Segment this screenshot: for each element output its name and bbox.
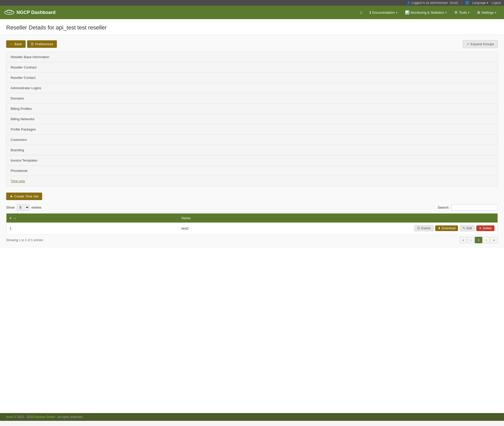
group-item-invoice-templates[interactable]: Invoice Templates xyxy=(6,155,498,166)
chart-icon: 📊 xyxy=(405,10,409,14)
table-row: 1 test2 ☰ Events ⬇ Download xyxy=(6,223,498,234)
col-name: Name xyxy=(178,214,375,223)
nav-settings[interactable]: ⊞ Settings ▾ xyxy=(474,8,500,17)
download-icon: ⬇ xyxy=(438,226,440,230)
edit-icon: ✎ xyxy=(463,226,465,230)
page-first-button[interactable]: « xyxy=(460,237,467,243)
chevron-down-icon: ▾ xyxy=(445,11,447,14)
page-header: Reseller Details for api_test test resel… xyxy=(0,19,504,35)
nav-documentation[interactable]: ℹ Documentation ▾ xyxy=(366,8,401,17)
expand-groups-button[interactable]: ⤢ Expand Groups xyxy=(463,40,498,48)
group-item-time-sets[interactable]: Time sets xyxy=(6,176,498,186)
home-icon: ⌂ xyxy=(360,10,362,15)
close-icon: ✕ xyxy=(479,226,482,230)
content-area: ← Back ☰ Preferences ⤢ Expand Groups Res… xyxy=(0,35,504,248)
preferences-button[interactable]: ☰ Preferences xyxy=(27,40,57,48)
search-input[interactable] xyxy=(451,204,498,211)
delete-button[interactable]: ✕ Delete xyxy=(476,225,494,231)
group-item-customers[interactable]: Customers xyxy=(6,135,498,145)
svg-point-0 xyxy=(5,10,14,14)
grid-icon: ⊞ xyxy=(477,10,480,14)
group-item-profile-packages[interactable]: Profile Packages xyxy=(6,124,498,135)
logout-link[interactable]: Logout xyxy=(491,1,501,5)
nav-monitoring[interactable]: 📊 Monitoring & Statistics ▾ xyxy=(401,8,450,17)
entries-select[interactable]: 5 10 25 50 xyxy=(17,204,29,211)
table-header-row: # ↑↓ Name xyxy=(6,214,498,223)
cell-actions: ☰ Events ⬇ Download ✎ Edit xyxy=(375,223,498,234)
gear-icon: ⚙ xyxy=(454,10,458,14)
company-link[interactable]: Sipwise GmbH xyxy=(35,415,56,419)
search-box: Search: xyxy=(438,204,498,211)
page-next-button[interactable]: › xyxy=(483,237,490,243)
group-item-domains[interactable]: Domains xyxy=(6,93,498,104)
group-item-reseller-contract[interactable]: Reseller Contract xyxy=(6,62,498,73)
search-label: Search: xyxy=(438,206,449,209)
create-btn-area: ★ Create Time Set xyxy=(6,193,498,200)
sort-icon: ↑↓ xyxy=(13,217,16,220)
cell-number: 1 xyxy=(6,223,178,234)
chevron-down-icon: ▾ xyxy=(468,11,469,14)
list-icon: ☰ xyxy=(31,42,34,46)
expand-groups-area: ⤢ Expand Groups xyxy=(463,40,498,48)
nav-tools[interactable]: ⚙ Tools ▾ xyxy=(451,8,473,17)
table-footer: Showing 1 to 1 of 1 entries « ‹ 1 › xyxy=(6,237,498,243)
arrow-left-icon: ← xyxy=(10,42,13,46)
user-info: 👤 Logged in as administrator (local) xyxy=(407,1,458,5)
cell-name: test2 xyxy=(178,223,375,234)
page-content: Reseller Details for api_test test resel… xyxy=(0,19,504,413)
pagination: « ‹ 1 › » xyxy=(460,237,498,243)
group-item-branding[interactable]: Branding xyxy=(6,145,498,155)
language-link[interactable]: Language ▾ xyxy=(472,1,488,5)
page-last-button[interactable]: » xyxy=(490,237,498,243)
showing-text: Showing 1 to 1 of 1 entries xyxy=(6,238,43,242)
data-table: # ↑↓ Name 1 test2 xyxy=(6,213,498,234)
group-item-reseller-base-info[interactable]: Reseller Base Information xyxy=(6,52,498,62)
trunk-link[interactable]: trunk xyxy=(6,415,14,419)
action-bar: ← Back ☰ Preferences ⤢ Expand Groups xyxy=(6,40,498,48)
group-item-billing-profiles[interactable]: Billing Profiles xyxy=(6,104,498,114)
group-item-phonebook[interactable]: Phonebook xyxy=(6,166,498,176)
chevron-down-icon: ▾ xyxy=(495,11,496,14)
info-icon: ℹ xyxy=(370,10,371,14)
chevron-down-icon: ▾ xyxy=(396,11,397,14)
show-entries: Show 5 10 25 50 entries xyxy=(6,204,42,211)
site-footer: trunk © 2013 - 2019 Sipwise GmbH , all r… xyxy=(0,413,504,421)
download-button[interactable]: ⬇ Download xyxy=(435,225,458,231)
edit-button[interactable]: ✎ Edit xyxy=(460,225,475,231)
brand-logo[interactable]: NGCP Dashboard xyxy=(4,9,56,16)
table-body: 1 test2 ☰ Events ⬇ Download xyxy=(6,223,498,234)
time-sets-section: ★ Create Time Set Show 5 10 25 50 entrie… xyxy=(6,193,498,243)
action-bar-left: ← Back ☰ Preferences xyxy=(6,40,57,48)
nav-items: ⌂ ℹ Documentation ▾ 📊 Monitoring & Stati… xyxy=(62,8,500,17)
col-number[interactable]: # ↑↓ xyxy=(6,214,178,223)
col-actions xyxy=(375,214,498,223)
back-button[interactable]: ← Back xyxy=(6,40,26,48)
group-item-administrator-logins[interactable]: Administrator Logins xyxy=(6,83,498,93)
page-prev-button[interactable]: ‹ xyxy=(468,237,474,243)
page-title: Reseller Details for api_test test resel… xyxy=(6,24,498,31)
groups-list: Reseller Base Information Reseller Contr… xyxy=(6,52,498,186)
page-1-button[interactable]: 1 xyxy=(475,237,482,243)
expand-icon: ⤢ xyxy=(467,42,469,46)
table-controls: Show 5 10 25 50 entries Search: xyxy=(6,204,498,211)
navbar: NGCP Dashboard ⌂ ℹ Documentation ▾ 📊 Mon… xyxy=(0,6,504,19)
list-icon: ☰ xyxy=(417,226,420,230)
language-icon: 🌐 xyxy=(465,1,469,5)
nav-home[interactable]: ⌂ xyxy=(357,8,365,17)
star-icon: ★ xyxy=(10,194,13,198)
top-bar: 👤 Logged in as administrator (local) | 🌐… xyxy=(0,0,504,6)
group-item-reseller-contact[interactable]: Reseller Contact xyxy=(6,73,498,83)
events-button[interactable]: ☰ Events xyxy=(414,225,434,231)
group-item-billing-networks[interactable]: Billing Networks xyxy=(6,114,498,124)
create-time-set-button[interactable]: ★ Create Time Set xyxy=(6,193,42,200)
